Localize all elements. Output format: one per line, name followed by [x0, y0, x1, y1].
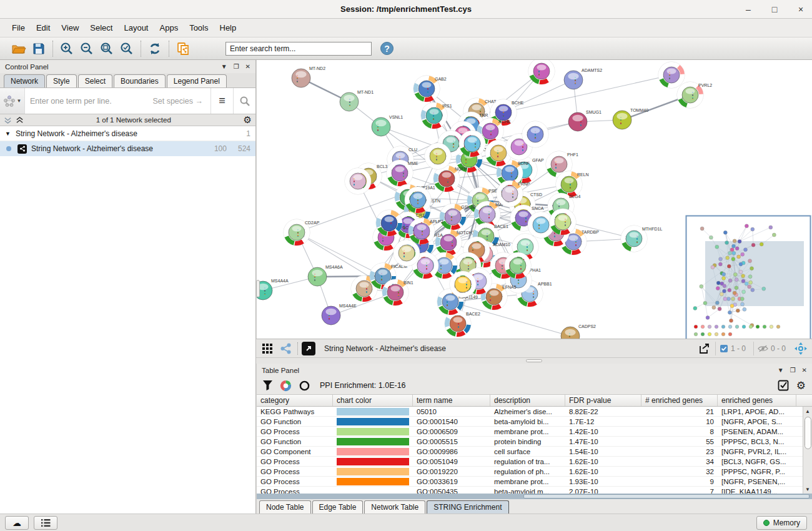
string-search-button[interactable]: [233, 88, 255, 114]
panel-float-icon[interactable]: ❐: [234, 63, 239, 70]
scroll-up-icon[interactable]: ▲: [805, 407, 810, 415]
select-columns-icon[interactable]: [778, 380, 789, 391]
column-header-enriched-genes[interactable]: enriched genes: [718, 395, 796, 406]
table-vertical-scrollbar[interactable]: ▲ ▼: [803, 407, 812, 494]
column-header-fdr-p-value[interactable]: FDR p-value: [565, 395, 641, 406]
ring-chart-icon[interactable]: [299, 380, 310, 391]
menu-item-apps[interactable]: Apps: [154, 21, 184, 35]
table-row[interactable]: GO ProcessGO:0019220regulation of ph...1…: [257, 467, 812, 477]
table-row[interactable]: KEGG Pathways05010Alzheimer's dise...8.8…: [257, 407, 812, 417]
column-header-category[interactable]: category: [257, 395, 333, 406]
column-header-chart-color[interactable]: chart color: [333, 395, 413, 406]
donut-chart-icon[interactable]: [280, 380, 292, 392]
network-node[interactable]: [528, 60, 555, 84]
column-header-description[interactable]: description: [490, 395, 565, 406]
menu-item-edit[interactable]: Edit: [31, 21, 56, 35]
network-node[interactable]: TOMM40: [613, 108, 648, 129]
menu-item-tools[interactable]: Tools: [184, 21, 214, 35]
zoom-in-button[interactable]: [59, 41, 75, 57]
zoom-fit-button[interactable]: [99, 41, 115, 57]
column-header--enriched-genes[interactable]: # enriched genes: [641, 395, 718, 406]
network-node[interactable]: BIN1: [382, 279, 413, 305]
table-row[interactable]: GO ComponentGO:0009986cell surface1.54E-…: [257, 447, 812, 457]
menu-item-file[interactable]: File: [6, 21, 31, 35]
save-session-button[interactable]: [31, 41, 47, 57]
network-node[interactable]: ADAMTS2: [564, 68, 602, 89]
table-row[interactable]: GO ProcessGO:0006509membrane prot...1.42…: [257, 427, 812, 437]
network-options-gear-icon[interactable]: ⚙: [244, 114, 252, 126]
zoom-out-button[interactable]: [79, 41, 95, 57]
string-protein-query-dropdown[interactable]: ▼: [0, 88, 25, 114]
table-settings-gear-icon[interactable]: ⚙: [796, 379, 806, 392]
network-node[interactable]: [450, 271, 476, 297]
panel-menu-icon[interactable]: ▼: [778, 367, 784, 374]
tab-select[interactable]: Select: [78, 74, 112, 87]
filter-icon[interactable]: [263, 380, 272, 390]
tab-string-enrichment[interactable]: STRING Enrichment: [427, 500, 508, 514]
network-row[interactable]: String Network - Alzheimer's disease 100…: [0, 141, 255, 156]
string-query-input[interactable]: Enter one term per line.: [25, 88, 152, 114]
expand-all-icon[interactable]: [16, 116, 24, 124]
tab-legend-panel[interactable]: Legend Panel: [167, 74, 227, 87]
tab-style[interactable]: Style: [46, 74, 77, 87]
panel-menu-icon[interactable]: ▼: [221, 63, 227, 70]
menu-item-layout[interactable]: Layout: [118, 21, 154, 35]
table-row[interactable]: GO FunctionGO:0005515protein binding1.47…: [257, 437, 812, 447]
network-node[interactable]: [505, 252, 531, 279]
network-node[interactable]: MME: [387, 160, 418, 186]
clone-network-button[interactable]: [175, 41, 191, 57]
horizontal-splitter[interactable]: [256, 357, 812, 364]
menu-item-help[interactable]: Help: [214, 21, 242, 35]
scrollbar-thumb[interactable]: [805, 417, 811, 449]
panel-float-icon[interactable]: ❐: [790, 367, 796, 374]
tab-network[interactable]: Network: [4, 74, 45, 87]
close-button[interactable]: ×: [796, 4, 806, 14]
network-node[interactable]: MT-ND2: [292, 66, 325, 87]
network-node[interactable]: IRS1: [421, 102, 452, 129]
export-network-button[interactable]: [696, 341, 711, 356]
network-node[interactable]: [425, 143, 451, 169]
table-row[interactable]: GO ProcessGO:0051049regulation of tra...…: [257, 457, 812, 467]
network-node[interactable]: [550, 209, 576, 235]
table-horizontal-scrollbar[interactable]: [257, 494, 812, 499]
table-row[interactable]: GO ProcessGO:0050435beta-amyloid m...2.0…: [257, 487, 812, 494]
eye-off-icon[interactable]: [758, 344, 768, 353]
network-node[interactable]: [345, 168, 371, 194]
memory-button[interactable]: Memory: [756, 516, 807, 530]
checkbox-icon[interactable]: [720, 344, 728, 353]
table-row[interactable]: GO ProcessGO:0033619membrane prot...1.93…: [257, 477, 812, 487]
pan-compass-button[interactable]: [793, 341, 808, 356]
network-node[interactable]: [459, 131, 485, 157]
table-row[interactable]: GO FunctionGO:0001540beta-amyloid bi...1…: [257, 417, 812, 427]
tab-boundaries[interactable]: Boundaries: [114, 74, 166, 87]
network-node[interactable]: [522, 121, 548, 147]
network-node[interactable]: [394, 240, 420, 266]
task-history-button[interactable]: [34, 516, 57, 530]
panel-close-icon[interactable]: ✕: [802, 367, 807, 374]
network-node[interactable]: SMUG1: [568, 110, 602, 131]
scroll-down-icon[interactable]: ▼: [805, 485, 810, 494]
help-button[interactable]: ?: [380, 42, 394, 55]
minimize-button[interactable]: –: [743, 4, 753, 14]
network-canvas[interactable]: MT-ND2MT-ND1VSNL1GAB2ADAMTS2PVRL2TOMM40S…: [256, 60, 812, 339]
open-session-button[interactable]: [11, 41, 27, 57]
panel-close-icon[interactable]: ✕: [245, 63, 250, 70]
network-node[interactable]: MTHFD1L: [621, 226, 662, 252]
grid-view-button[interactable]: [260, 341, 275, 356]
tab-edge-table[interactable]: Edge Table: [312, 500, 364, 514]
network-node[interactable]: MS4A4E: [322, 304, 357, 325]
network-node[interactable]: [376, 210, 402, 236]
zoom-selected-button[interactable]: [119, 41, 135, 57]
tree-caret-icon[interactable]: ▼: [5, 131, 11, 137]
network-node[interactable]: [658, 62, 685, 88]
network-node[interactable]: CADPS2: [561, 324, 596, 339]
network-collection-row[interactable]: ▼ String Network - Alzheimer's disease 1: [0, 126, 255, 141]
network-node[interactable]: [405, 187, 431, 213]
search-input[interactable]: Enter search term...: [225, 42, 372, 56]
tab-network-table[interactable]: Network Table: [364, 500, 425, 514]
open-in-window-button[interactable]: [302, 342, 315, 355]
string-options-button[interactable]: ≡: [210, 88, 233, 114]
network-overview-button[interactable]: [279, 341, 294, 356]
birdseye-view[interactable]: [686, 216, 811, 339]
vertical-splitter-handle[interactable]: [256, 280, 260, 297]
